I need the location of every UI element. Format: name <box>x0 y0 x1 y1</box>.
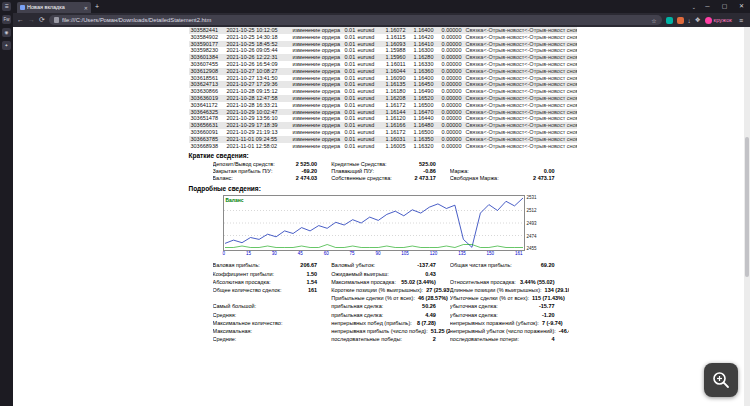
time-cell: 2021-10-28 16:33:21 <box>225 102 291 109</box>
table-row: 303651478 2021-10-29 13:56:10 изменение … <box>189 115 577 122</box>
time-cell: 2021-10-27 17:29:36 <box>225 81 291 88</box>
time-cell: 2021-11-01 09:24:55 <box>225 136 291 143</box>
scrollbar[interactable] <box>744 27 750 406</box>
size-cell: 0.01 <box>343 34 356 41</box>
tp-cell: 0.00000 <box>436 136 464 143</box>
ticket-cell: 303590177 <box>189 41 225 48</box>
x-tick-label: 105 <box>401 251 409 257</box>
menu-icon[interactable]: ≡ <box>739 17 743 24</box>
summary-pair: Маржа: 0.00 <box>450 168 569 174</box>
symbol-cell: eurusd <box>356 34 380 41</box>
bookmark-star-icon[interactable]: ☆ <box>651 17 656 24</box>
stat-label: прибыльная сделка: <box>331 303 383 309</box>
zoom-button[interactable] <box>704 363 738 397</box>
tp-cell: 0.00000 <box>436 61 464 68</box>
price-cell: 1.16115 <box>380 34 408 41</box>
sl-cell: 1.16320 <box>408 143 436 150</box>
comment-cell: Связка<-Отрыв-новост<-Отрыв-новост снова… <box>464 88 577 95</box>
x-tick-label: 30 <box>272 251 277 257</box>
stat-label: Абсолютная просадка: <box>213 279 271 285</box>
size-cell: 0.01 <box>343 102 356 109</box>
stat-label: убыточная сделка: <box>450 303 498 309</box>
url-input[interactable]: file:///C:/Users/Роман/Downloads/Detaile… <box>49 15 662 25</box>
sidebar-tab-icon[interactable]: ◉ <box>2 28 11 37</box>
price-cell: 1.16180 <box>380 88 408 95</box>
summary-label: Плавающий П/У: <box>331 168 374 174</box>
maximize-button[interactable]: ▢ <box>716 0 733 13</box>
size-cell: 0.01 <box>343 136 356 143</box>
chart-plot-area: Баланс <box>223 195 525 251</box>
stat-pair: Короткие позиции (% выигрышных): 27 (25.… <box>331 287 450 293</box>
stat-row: Максимальная: непрерывная прибыль (число… <box>213 327 569 335</box>
symbol-cell: eurusd <box>356 109 380 116</box>
stat-label: Средняя: <box>213 312 237 318</box>
balance-chart: Баланс 2531 2512 2493 2474 2455 <box>223 195 553 257</box>
magnifier-icon <box>711 370 731 390</box>
type-cell: изменение ордера <box>291 136 343 143</box>
extensions-puzzle-icon[interactable]: ❖ <box>695 16 701 24</box>
summary-label: Собственные средства: <box>331 175 392 181</box>
stat-pair: последовательные потери: 4 <box>450 336 569 342</box>
stat-value: 161 <box>308 287 317 293</box>
trades-table: 303582441 2021-10-25 10:12:05 изменение … <box>189 27 577 149</box>
stat-row: Коэффициент прибыли: 1.50 Ожидаемый выиг… <box>213 270 569 278</box>
profile-chip[interactable]: кружок <box>705 17 732 24</box>
details-heading: Подробные сведения: <box>189 185 579 193</box>
stat-value: 115 (71.43%) <box>532 295 565 301</box>
ticket-cell: 303636019 <box>189 95 225 102</box>
summary-label: Депозит/Вывод средств: <box>213 161 275 167</box>
scrollbar-thumb[interactable] <box>745 137 749 277</box>
extension-icon-1[interactable] <box>666 17 673 24</box>
summary-pair: Кредитные Средства: 525.00 <box>331 161 450 167</box>
stat-pair: последовательные победы: 2 <box>331 336 450 342</box>
price-cell: 1.16144 <box>380 109 408 116</box>
stat-value: 206.67 <box>300 262 317 268</box>
stat-value: 7 (-9.74) <box>542 320 563 326</box>
type-cell: изменение ордера <box>291 47 343 54</box>
time-cell: 2021-10-29 21:19:13 <box>225 129 291 136</box>
stat-label: Относительная просадка: <box>450 279 516 285</box>
stat-value: -46.44 (3) <box>559 328 569 334</box>
table-row: 303590177 2021-10-25 18:45:52 изменение … <box>189 41 577 48</box>
time-cell: 2021-10-26 16:54:09 <box>225 61 291 68</box>
sidebar-tab-icon[interactable]: ☰ <box>2 2 11 11</box>
x-tick-label: 161 <box>515 251 523 257</box>
forward-button[interactable]: → <box>28 13 35 27</box>
extension-icon-2[interactable] <box>677 17 684 24</box>
close-button[interactable]: ✕ <box>733 0 750 13</box>
table-row: 303612908 2021-10-27 10:08:27 изменение … <box>189 68 577 75</box>
stat-pair: убыточная сделка: -1.20 <box>450 312 569 318</box>
sidebar-tab-icon[interactable]: Fw <box>2 15 11 24</box>
stat-label: непрерывных поражений (убыток): <box>450 320 539 326</box>
stat-pair: Максимальная: <box>213 328 332 334</box>
sidebar-tab-icon[interactable]: ✦ <box>2 41 11 50</box>
ticket-cell: 303651478 <box>189 115 225 122</box>
size-cell: 0.01 <box>343 109 356 116</box>
minimize-button[interactable]: ─ <box>699 0 716 13</box>
summary-value: 2 473.17 <box>533 175 554 181</box>
stat-row: Общее количество сделок: 161 Короткие по… <box>213 286 569 294</box>
downloads-icon[interactable]: ↓ <box>688 17 691 24</box>
time-cell: 2021-10-26 12:22:31 <box>225 54 291 61</box>
stat-value: 0.43 <box>425 271 436 277</box>
list-tabs-icon[interactable]: ⌄ <box>692 4 696 10</box>
reload-button[interactable]: ⟳ <box>39 13 45 27</box>
sl-cell: 1.16400 <box>408 27 436 34</box>
table-row: 303663785 2021-11-01 09:24:55 изменение … <box>189 136 577 143</box>
summary-pair: Свободная Маржа: 2 473.17 <box>450 175 569 181</box>
stat-pair: непрерывных побед (прибыль): 8 (7.28) <box>331 320 450 326</box>
new-tab-button[interactable]: + <box>95 0 99 13</box>
time-cell: 2021-10-25 18:45:52 <box>225 41 291 48</box>
tab-close-icon[interactable]: ✕ <box>84 5 88 11</box>
comment-cell: Связка<-Отрыв-новост<-Отрыв-новост снова… <box>464 95 577 102</box>
table-row: 303660091 2021-10-29 21:19:13 изменение … <box>189 129 577 136</box>
back-button[interactable]: ← <box>17 13 24 27</box>
ticket-cell: 303656631 <box>189 122 225 129</box>
x-tick-label: 90 <box>375 251 380 257</box>
sl-cell: 1.16470 <box>408 109 436 116</box>
browser-tab[interactable]: Новая вкладка ✕ <box>17 2 91 13</box>
type-cell: изменение ордера <box>291 68 343 75</box>
stat-label: убыточная сделка: <box>450 312 498 318</box>
page-file-icon <box>54 17 59 23</box>
table-row: 303618561 2021-10-27 13:41:50 изменение … <box>189 75 577 82</box>
